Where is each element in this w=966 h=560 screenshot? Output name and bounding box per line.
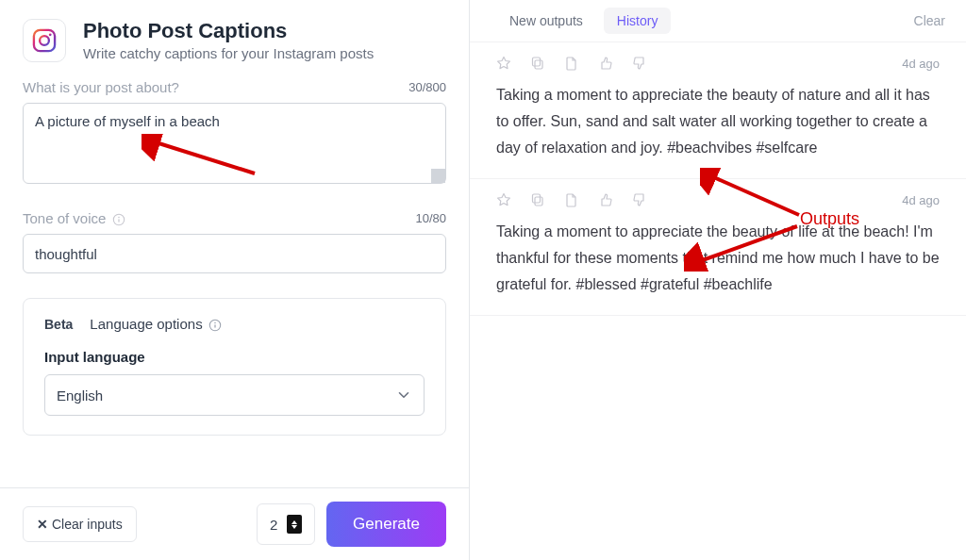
thumbs-up-icon[interactable] — [598, 56, 613, 71]
svg-rect-10 — [533, 58, 541, 66]
copy-icon[interactable] — [530, 56, 545, 71]
thumbs-down-icon[interactable] — [632, 192, 647, 207]
tab-history[interactable]: History — [604, 8, 672, 34]
left-panel: Photo Post Captions Write catchy caption… — [0, 0, 470, 560]
chevron-down-icon — [395, 387, 412, 404]
clear-outputs-link[interactable]: Clear — [914, 13, 945, 28]
input-language-label: Input language — [44, 349, 425, 365]
tab-new-outputs[interactable]: New outputs — [496, 8, 596, 34]
svg-point-4 — [118, 217, 120, 219]
post-about-textarea[interactable] — [23, 103, 446, 184]
footer-bar: ✕ Clear inputs 2 Generate — [0, 487, 469, 560]
quantity-stepper[interactable]: 2 — [257, 503, 315, 545]
svg-point-7 — [214, 322, 216, 324]
svg-rect-0 — [34, 30, 55, 51]
info-icon — [112, 213, 125, 226]
svg-rect-8 — [214, 324, 215, 328]
copy-icon[interactable] — [530, 192, 545, 207]
document-icon[interactable] — [564, 192, 579, 207]
input-language-select[interactable]: English — [44, 374, 425, 416]
header: Photo Post Captions Write catchy caption… — [0, 0, 469, 74]
right-panel: New outputs History Clear 4d ago Taking … — [470, 0, 966, 560]
output-text: Taking a moment to appreciate the beauty… — [496, 219, 940, 298]
svg-rect-5 — [118, 219, 119, 222]
svg-rect-9 — [535, 60, 542, 69]
svg-rect-12 — [533, 194, 541, 203]
stepper-icon — [287, 515, 302, 534]
thumbs-down-icon[interactable] — [632, 56, 647, 71]
star-icon[interactable] — [496, 56, 511, 71]
tone-counter: 10/80 — [415, 211, 446, 225]
instagram-icon — [23, 19, 66, 62]
svg-point-1 — [40, 36, 49, 45]
output-timestamp: 4d ago — [902, 193, 940, 207]
output-card: 4d ago Taking a moment to appreciate the… — [470, 179, 966, 316]
output-text: Taking a moment to appreciate the beauty… — [496, 82, 940, 161]
language-options-card: Beta Language options Input language Eng… — [23, 298, 446, 436]
output-timestamp: 4d ago — [902, 57, 940, 71]
document-icon[interactable] — [564, 56, 579, 71]
thumbs-up-icon[interactable] — [598, 192, 613, 207]
post-about-counter: 30/800 — [408, 80, 446, 94]
post-about-label: What is your post about? — [23, 79, 179, 95]
close-icon: ✕ — [37, 517, 48, 532]
info-icon — [208, 319, 222, 332]
svg-rect-11 — [535, 197, 542, 206]
svg-point-2 — [49, 33, 52, 36]
input-language-value: English — [57, 387, 103, 404]
quantity-value: 2 — [270, 517, 277, 533]
beta-badge: Beta — [44, 317, 73, 332]
language-options-label: Language options — [90, 316, 221, 332]
tabs-row: New outputs History Clear — [470, 0, 966, 42]
page-title: Photo Post Captions — [83, 19, 374, 43]
star-icon[interactable] — [496, 192, 511, 207]
tone-input[interactable] — [23, 234, 446, 273]
output-card: 4d ago Taking a moment to appreciate the… — [470, 42, 966, 179]
generate-button[interactable]: Generate — [326, 502, 446, 547]
page-subtitle: Write catchy captions for your Instagram… — [83, 45, 374, 61]
tone-label: Tone of voice — [23, 210, 125, 226]
clear-inputs-button[interactable]: ✕ Clear inputs — [23, 506, 137, 542]
